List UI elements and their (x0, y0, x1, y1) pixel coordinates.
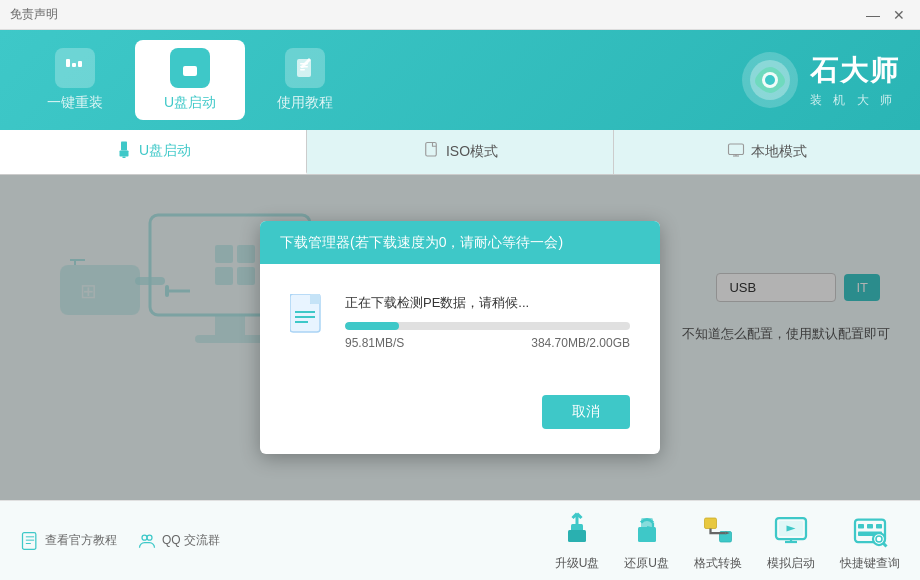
svg-rect-38 (23, 532, 36, 549)
upgrade-usb-action[interactable]: 升级U盘 (555, 510, 600, 572)
svg-point-3 (186, 70, 189, 73)
header: 一键重装 U盘启动 使用教程 (0, 30, 920, 130)
upgrade-usb-icon (557, 510, 597, 550)
logo-area: 石大师 装 机 大 师 (740, 50, 900, 110)
svg-line-60 (884, 543, 887, 546)
footer-actions: 升级U盘 还原U盘 (555, 510, 900, 572)
svg-rect-1 (72, 63, 76, 67)
download-info: 正在下载检测PE数据，请稍候... 95.81MB/S 384.70MB/2.0… (290, 294, 630, 350)
usb-subtab-icon (115, 140, 133, 162)
cancel-button[interactable]: 取消 (542, 395, 630, 429)
progress-bar-background (345, 322, 630, 330)
subtab-iso-label: ISO模式 (446, 143, 498, 161)
official-tutorial-link[interactable]: 查看官方教程 (20, 531, 117, 551)
tab-reinstall[interactable]: 一键重装 (20, 40, 130, 120)
svg-rect-2 (78, 61, 82, 67)
download-progress: 384.70MB/2.00GB (531, 336, 630, 350)
format-convert-label: 格式转换 (694, 555, 742, 572)
shortcut-query-action[interactable]: 快捷键查询 (840, 510, 900, 572)
footer: 查看官方教程 QQ 交流群 升级U盘 (0, 500, 920, 580)
logo-text-area: 石大师 装 机 大 师 (810, 52, 900, 109)
modal-overlay: 下载管理器(若下载速度为0，请耐心等待一会) (0, 175, 920, 500)
download-text-area: 正在下载检测PE数据，请稍候... 95.81MB/S 384.70MB/2.0… (345, 294, 630, 350)
svg-rect-14 (119, 151, 128, 157)
svg-rect-55 (858, 524, 864, 529)
svg-point-43 (147, 535, 152, 540)
tab-usb-boot-label: U盘启动 (164, 94, 216, 112)
subtab-usb[interactable]: U盘启动 (0, 130, 307, 174)
svg-rect-34 (310, 294, 320, 304)
disclaimer-link[interactable]: 免责声明 (10, 6, 58, 23)
footer-links: 查看官方教程 QQ 交流群 (20, 531, 220, 551)
local-subtab-icon (727, 141, 745, 163)
upgrade-usb-label: 升级U盘 (555, 555, 600, 572)
tab-usb-boot[interactable]: U盘启动 (135, 40, 245, 120)
modal-body: 正在下载检测PE数据，请稍候... 95.81MB/S 384.70MB/2.0… (260, 264, 660, 385)
format-convert-icon (698, 510, 738, 550)
progress-stats: 95.81MB/S 384.70MB/2.00GB (345, 336, 630, 350)
reinstall-icon (55, 48, 95, 88)
subtabs: U盘启动 ISO模式 本地模式 (0, 130, 920, 175)
format-convert-action[interactable]: 格式转换 (694, 510, 742, 572)
logo-name: 石大师 (810, 52, 900, 90)
iso-subtab-icon (422, 141, 440, 163)
qq-group-link[interactable]: QQ 交流群 (137, 531, 220, 551)
titlebar: 免责声明 — ✕ (0, 0, 920, 30)
tab-tutorial[interactable]: 使用教程 (250, 40, 360, 120)
usb-boot-icon (170, 48, 210, 88)
svg-point-4 (192, 70, 195, 73)
tab-reinstall-label: 一键重装 (47, 94, 103, 112)
close-button[interactable]: ✕ (886, 4, 912, 26)
simulate-boot-label: 模拟启动 (767, 555, 815, 572)
svg-rect-56 (867, 524, 873, 529)
modal-footer: 取消 (260, 385, 660, 454)
svg-rect-13 (121, 142, 127, 151)
subtab-usb-label: U盘启动 (139, 142, 191, 160)
modal-title: 下载管理器(若下载速度为0，请耐心等待一会) (280, 234, 563, 250)
nav-tabs: 一键重装 U盘启动 使用教程 (20, 40, 360, 120)
subtab-local[interactable]: 本地模式 (614, 130, 920, 174)
svg-rect-57 (876, 524, 882, 529)
progress-bar-fill (345, 322, 399, 330)
subtab-local-label: 本地模式 (751, 143, 807, 161)
qq-group-label: QQ 交流群 (162, 532, 220, 549)
tutorial-icon (285, 48, 325, 88)
svg-rect-45 (568, 530, 586, 542)
svg-point-12 (765, 75, 775, 85)
svg-rect-0 (66, 59, 70, 67)
official-tutorial-label: 查看官方教程 (45, 532, 117, 549)
minimize-button[interactable]: — (860, 4, 886, 26)
subtab-iso[interactable]: ISO模式 (307, 130, 614, 174)
group-icon (137, 531, 157, 551)
simulate-boot-icon (771, 510, 811, 550)
logo-sub: 装 机 大 师 (810, 92, 900, 109)
download-status: 正在下载检测PE数据，请稍候... (345, 294, 630, 312)
file-icon (290, 294, 330, 339)
tab-tutorial-label: 使用教程 (277, 94, 333, 112)
svg-rect-48 (705, 518, 717, 529)
download-modal: 下载管理器(若下载速度为0，请耐心等待一会) (260, 221, 660, 454)
svg-point-59 (873, 533, 885, 545)
simulate-boot-action[interactable]: 模拟启动 (767, 510, 815, 572)
modal-header: 下载管理器(若下载速度为0，请耐心等待一会) (260, 221, 660, 264)
book-icon (20, 531, 40, 551)
svg-rect-16 (426, 143, 437, 157)
restore-usb-label: 还原U盘 (624, 555, 669, 572)
restore-usb-icon (627, 510, 667, 550)
svg-rect-15 (122, 157, 125, 159)
shortcut-query-label: 快捷键查询 (840, 555, 900, 572)
svg-rect-17 (729, 144, 744, 155)
shortcut-query-icon (850, 510, 890, 550)
logo-icon (740, 50, 800, 110)
svg-rect-8 (300, 69, 305, 71)
download-speed: 95.81MB/S (345, 336, 404, 350)
svg-point-42 (142, 535, 147, 540)
restore-usb-action[interactable]: 还原U盘 (624, 510, 669, 572)
